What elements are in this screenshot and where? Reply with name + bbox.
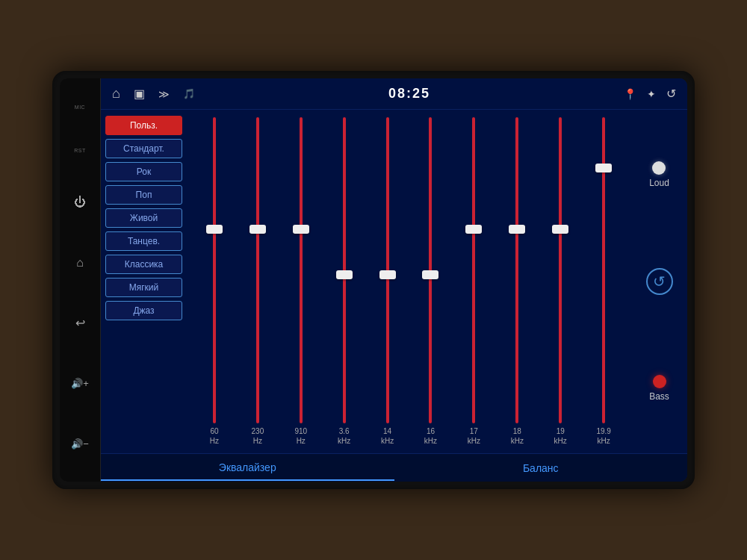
- slider-track-ch5: [386, 117, 389, 423]
- eq-channel-ch6: 16 kHz: [411, 117, 451, 446]
- right-controls: Loud ↺ Bass: [631, 110, 687, 453]
- mic-label: MIC: [75, 105, 85, 110]
- slider-track-container-ch1: [194, 117, 235, 423]
- slider-thumb-ch9[interactable]: [552, 225, 568, 234]
- clock-display: 08:25: [388, 86, 430, 102]
- slider-track-container-ch2: [238, 117, 278, 423]
- eq-channel-ch10: 19.9 kHz: [583, 117, 624, 446]
- back-icon[interactable]: ↺: [666, 87, 676, 101]
- eq-channel-ch4: 3.6 kHz: [324, 117, 365, 446]
- reset-button[interactable]: ↺: [646, 268, 673, 295]
- device-outer: MIC RST ⏻ ⌂ ↩ 🔊+ 🔊− ⌂ ▣ ≫ 🎵 08:25 📍: [52, 71, 695, 489]
- slider-track-container-ch9: [540, 117, 580, 423]
- eq-channel-ch5: 14 kHz: [368, 117, 408, 446]
- device-inner: MIC RST ⏻ ⌂ ↩ 🔊+ 🔊− ⌂ ▣ ≫ 🎵 08:25 📍: [60, 78, 687, 482]
- bass-indicator: Bass: [649, 375, 669, 402]
- eq-area: 60 Hz230 Hz910 Hz3.6 kHz14 kHz16 kHz17 k…: [187, 110, 631, 453]
- top-bar-left: ⌂ ▣ ≫ 🎵: [112, 86, 195, 102]
- home-side-button[interactable]: ⌂: [69, 252, 91, 274]
- slider-track-container-ch7: [453, 117, 494, 423]
- eq-label-ch10: 19.9 kHz: [596, 426, 610, 446]
- slider-track-container-ch8: [497, 117, 537, 423]
- slider-track-container-ch4: [324, 117, 365, 423]
- loud-indicator: Loud: [649, 161, 669, 188]
- left-strip: MIC RST ⏻ ⌂ ↩ 🔊+ 🔊−: [60, 78, 101, 482]
- slider-track-ch4: [343, 117, 346, 423]
- slider-track-ch1: [213, 117, 216, 423]
- slider-track-ch3: [300, 117, 303, 423]
- top-bar-right: 📍 ✦ ↺: [624, 87, 676, 101]
- back-side-button[interactable]: ↩: [69, 312, 91, 335]
- preset-sidebar: Польз. Стандарт. Рок Поп Живой Танцев. К…: [101, 110, 187, 453]
- eq-label-ch1: 60 Hz: [210, 426, 219, 446]
- bass-label: Bass: [649, 391, 669, 402]
- slider-track-ch2: [256, 117, 259, 423]
- slider-thumb-ch3[interactable]: [293, 225, 309, 234]
- slider-track-container-ch5: [368, 117, 408, 423]
- volume-down-button[interactable]: 🔊−: [69, 432, 91, 455]
- slider-thumb-ch6[interactable]: [422, 270, 438, 279]
- bottom-bar: Эквалайзер Баланс: [101, 453, 687, 482]
- eq-channel-ch2: 230 Hz: [238, 117, 278, 446]
- location-icon[interactable]: 📍: [624, 88, 636, 100]
- slider-track-container-ch3: [281, 117, 321, 423]
- slider-thumb-ch10[interactable]: [595, 164, 612, 172]
- preset-dance[interactable]: Танцев.: [105, 231, 182, 251]
- slider-thumb-ch1[interactable]: [206, 225, 223, 234]
- preset-custom[interactable]: Польз.: [105, 116, 182, 135]
- tab-equalizer[interactable]: Эквалайзер: [101, 455, 394, 481]
- bluetooth-connect-icon[interactable]: 🎵: [183, 88, 195, 99]
- slider-thumb-ch7[interactable]: [465, 225, 482, 234]
- slider-thumb-ch8[interactable]: [509, 225, 525, 234]
- eq-label-ch6: 16 kHz: [424, 426, 437, 446]
- slider-track-ch7: [472, 117, 475, 423]
- display-icon[interactable]: ▣: [134, 87, 145, 101]
- eq-label-ch4: 3.6 kHz: [338, 426, 350, 446]
- eq-label-ch5: 14 kHz: [381, 426, 394, 446]
- eq-channel-ch7: 17 kHz: [453, 117, 494, 446]
- top-bar: ⌂ ▣ ≫ 🎵 08:25 📍 ✦ ↺: [101, 78, 687, 110]
- slider-track-ch10: [602, 117, 605, 423]
- slider-track-container-ch6: [411, 117, 451, 423]
- screen: ⌂ ▣ ≫ 🎵 08:25 📍 ✦ ↺ Польз. Стандарт.: [101, 78, 687, 482]
- main-content: Польз. Стандарт. Рок Поп Живой Танцев. К…: [101, 110, 687, 453]
- eq-label-ch2: 230 Hz: [252, 426, 264, 446]
- loud-label: Loud: [649, 178, 669, 188]
- eq-channel-ch8: 18 kHz: [497, 117, 537, 446]
- eq-label-ch3: 910 Hz: [294, 426, 307, 446]
- eq-sliders: 60 Hz230 Hz910 Hz3.6 kHz14 kHz16 kHz17 k…: [194, 117, 624, 449]
- slider-thumb-ch4[interactable]: [336, 270, 353, 279]
- chevron-icon[interactable]: ≫: [158, 88, 170, 100]
- eq-channel-ch1: 60 Hz: [194, 117, 235, 446]
- preset-jazz[interactable]: Джаз: [105, 301, 182, 320]
- preset-pop[interactable]: Поп: [105, 185, 182, 205]
- bass-dot: [653, 375, 666, 388]
- slider-thumb-ch5[interactable]: [379, 270, 396, 279]
- slider-thumb-ch2[interactable]: [249, 225, 266, 234]
- eq-label-ch7: 17 kHz: [468, 426, 480, 446]
- tab-balance[interactable]: Баланс: [394, 456, 688, 480]
- slider-track-ch8: [515, 117, 518, 423]
- bluetooth-icon[interactable]: ✦: [647, 88, 656, 100]
- slider-track-ch9: [559, 117, 562, 423]
- loud-dot: [652, 161, 666, 175]
- preset-classic[interactable]: Классика: [105, 255, 182, 274]
- eq-channel-ch3: 910 Hz: [281, 117, 321, 446]
- preset-standard[interactable]: Стандарт.: [105, 139, 182, 158]
- rst-label: RST: [74, 148, 86, 153]
- preset-live[interactable]: Живой: [105, 208, 182, 228]
- slider-track-ch6: [429, 117, 432, 423]
- preset-soft[interactable]: Мягкий: [105, 278, 182, 297]
- eq-label-ch8: 18 kHz: [511, 426, 524, 446]
- home-icon[interactable]: ⌂: [112, 86, 120, 102]
- preset-rock[interactable]: Рок: [105, 162, 182, 181]
- eq-label-ch9: 19 kHz: [554, 426, 567, 446]
- slider-track-container-ch10: [583, 117, 624, 423]
- power-button[interactable]: ⏻: [69, 191, 91, 214]
- eq-channel-ch9: 19 kHz: [540, 117, 580, 446]
- volume-up-button[interactable]: 🔊+: [69, 373, 91, 395]
